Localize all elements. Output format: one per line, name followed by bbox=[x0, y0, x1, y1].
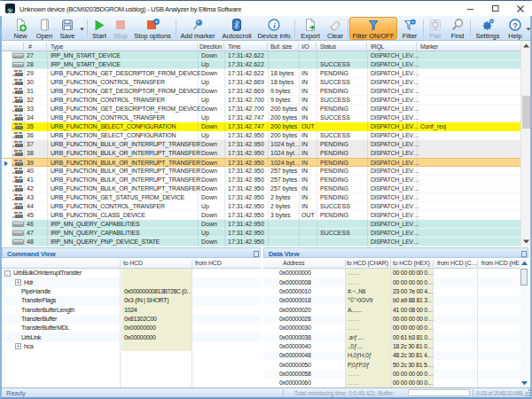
svg-text:?: ? bbox=[512, 20, 518, 30]
